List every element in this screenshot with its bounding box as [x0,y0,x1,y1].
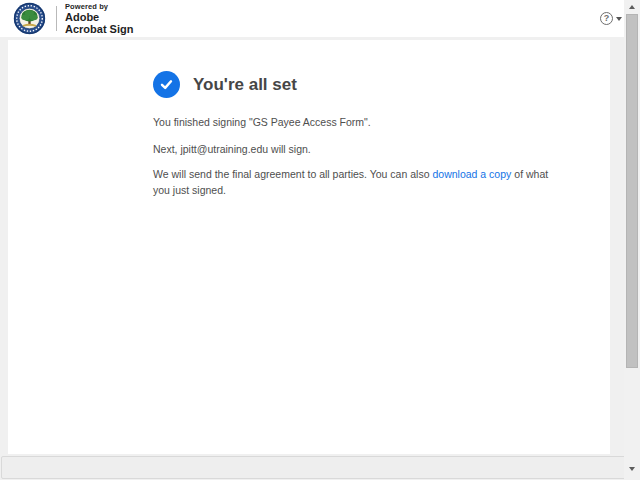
final-agreement-text: We will send the final agreement to all … [153,166,553,198]
page-title: You're all set [193,75,297,95]
help-icon[interactable]: ? [600,12,613,25]
content-panel: You're all set You finished signing "GS … [8,40,610,454]
header-bar: Powered by Adobe Acrobat Sign ? [0,0,640,37]
success-check-badge [153,71,180,98]
powered-by-label: Powered by [65,3,133,11]
header-divider [56,6,57,31]
download-copy-link[interactable]: download a copy [432,168,511,180]
arrow-down-icon [629,467,635,471]
scroll-down-button[interactable] [624,462,640,476]
arrow-up-icon [629,5,635,9]
chevron-down-icon[interactable] [616,17,622,21]
status-row: You're all set [153,71,297,98]
final-text-before-link: We will send the final agreement to all … [153,168,429,180]
vertical-scrollbar[interactable] [624,0,640,480]
scroll-up-button[interactable] [624,0,640,14]
brand-name-acrobat-sign: Acrobat Sign [65,24,133,36]
brand-block: Powered by Adobe Acrobat Sign [65,2,133,36]
scrollbar-thumb[interactable] [626,14,638,368]
next-signer-text: Next, jpitt@utraining.edu will sign. [153,141,553,157]
footer-bar [1,456,628,479]
check-icon [159,77,174,92]
university-seal-logo [13,2,46,35]
finished-signing-text: You finished signing "GS Payee Access Fo… [153,114,553,130]
